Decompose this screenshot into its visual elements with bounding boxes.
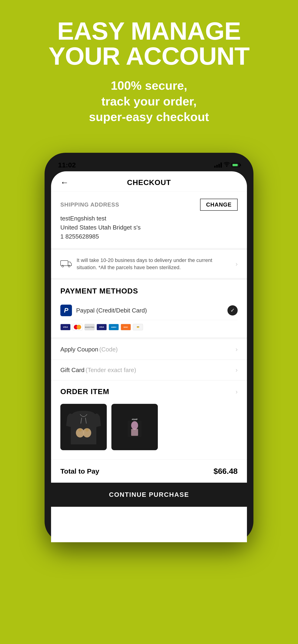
change-address-button[interactable]: CHANGE bbox=[200, 199, 238, 211]
svg-point-0 bbox=[226, 166, 227, 167]
svg-text:ASAP: ASAP bbox=[132, 418, 137, 420]
address-name: testEngshish test bbox=[60, 214, 238, 223]
order-chevron-icon: › bbox=[235, 388, 238, 396]
svg-point-11 bbox=[131, 421, 138, 430]
product-tshirt[interactable]: ASAP bbox=[111, 404, 158, 450]
hero-title: EASY MANAGE YOUR ACCOUNT bbox=[9, 18, 289, 68]
shipping-header: SHIPPING ADDRESS CHANGE bbox=[60, 199, 238, 211]
hero-subtitle: 100% secure, track your order, super-eas… bbox=[9, 78, 289, 125]
shipping-label: SHIPPING ADDRESS bbox=[60, 202, 119, 208]
total-label: Total to Pay bbox=[60, 467, 99, 475]
svg-point-6 bbox=[79, 428, 82, 432]
hero-section: EASY MANAGE YOUR ACCOUNT 100% secure, tr… bbox=[0, 0, 298, 139]
checkout-header: ← CHECKOUT bbox=[51, 171, 247, 192]
page-title: CHECKOUT bbox=[127, 178, 171, 187]
selected-checkmark: ✓ bbox=[227, 305, 238, 316]
shipping-section: SHIPPING ADDRESS CHANGE testEngshish tes… bbox=[51, 192, 247, 250]
order-title: ORDER ITEM bbox=[60, 387, 109, 396]
paypal-option[interactable]: P Paypal (Credit/Debit Card) ✓ bbox=[60, 301, 238, 320]
paypal-icon: P bbox=[60, 304, 72, 316]
delivery-text: It will take 10-20 business days to deli… bbox=[77, 257, 231, 271]
shipping-address: testEngshish test United States Utah Bri… bbox=[60, 214, 238, 241]
generic-card-icon: 💳 bbox=[133, 324, 143, 330]
phone-container: 11:02 bbox=[0, 139, 298, 542]
gift-card-row[interactable]: Gift Card (Tender exact fare) › bbox=[51, 360, 247, 380]
svg-rect-1 bbox=[61, 260, 68, 266]
signal-icon bbox=[214, 162, 222, 168]
paypal-label: Paypal (Credit/Debit Card) bbox=[76, 307, 147, 314]
chevron-right-icon: › bbox=[235, 260, 238, 268]
status-icons bbox=[214, 162, 240, 168]
hoodie-svg bbox=[65, 407, 102, 447]
wifi-icon bbox=[224, 162, 230, 168]
maestro-icon: MAESTRO bbox=[85, 324, 95, 330]
phone-screen: ← CHECKOUT SHIPPING ADDRESS CHANGE testE… bbox=[51, 171, 247, 542]
phone-frame: 11:02 bbox=[45, 153, 253, 542]
card-icons-row: VISA MAESTRO VISA AMEX DISC 💳 bbox=[60, 324, 238, 330]
status-time: 11:02 bbox=[58, 161, 76, 169]
visa-card-icon-2: VISA bbox=[97, 324, 107, 330]
mastercard-icon bbox=[72, 324, 83, 330]
gift-card-chevron-icon: › bbox=[235, 366, 238, 374]
coupon-chevron-icon: › bbox=[235, 346, 238, 353]
continue-purchase-button[interactable]: CONTINUE PURCHASE bbox=[51, 483, 247, 507]
order-header[interactable]: ORDER ITEM › bbox=[60, 387, 238, 396]
payment-section: PAYMENT METHODS P Paypal (Credit/Debit C… bbox=[51, 280, 247, 339]
amex-icon: AMEX bbox=[109, 324, 119, 330]
truck-icon bbox=[60, 258, 72, 270]
delivery-info-row[interactable]: It will take 10-20 business days to deli… bbox=[51, 250, 247, 280]
phone-notch bbox=[126, 159, 172, 168]
payment-title: PAYMENT METHODS bbox=[60, 287, 238, 295]
svg-rect-12 bbox=[131, 429, 138, 436]
product-images: ASAP bbox=[60, 402, 238, 452]
total-price: $66.48 bbox=[213, 467, 238, 476]
order-section: ORDER ITEM › bbox=[51, 380, 247, 460]
paypal-left: P Paypal (Credit/Debit Card) bbox=[60, 304, 147, 316]
discover-icon: DISC bbox=[121, 324, 131, 330]
svg-point-7 bbox=[85, 428, 89, 432]
coupon-label: Apply Coupon (Code) bbox=[60, 346, 118, 353]
gift-card-label: Gift Card (Tender exact fare) bbox=[60, 366, 136, 374]
coupon-row[interactable]: Apply Coupon (Code) › bbox=[51, 339, 247, 360]
back-button[interactable]: ← bbox=[60, 178, 69, 187]
address-line1: United States Utah Bridget s's bbox=[60, 223, 238, 232]
product-hoodie[interactable] bbox=[60, 404, 107, 450]
tshirt-svg: ASAP bbox=[117, 408, 152, 446]
visa-card-icon: VISA bbox=[60, 324, 71, 330]
footer-total: Total to Pay $66.48 bbox=[51, 460, 247, 483]
address-phone: 1 8255628985 bbox=[60, 232, 238, 241]
battery-icon bbox=[232, 163, 240, 167]
